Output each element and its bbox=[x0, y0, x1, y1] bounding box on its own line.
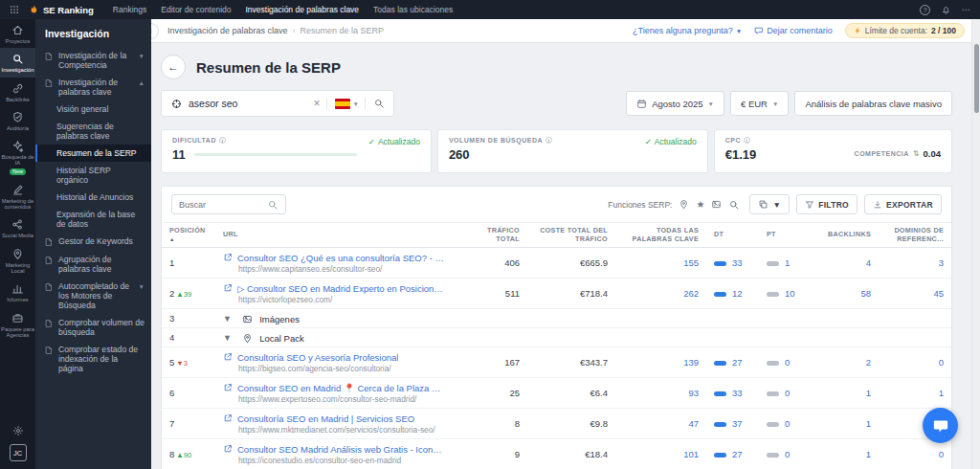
result-title-link[interactable]: Consultor SEO ¿Qué es una consultoría SE… bbox=[237, 253, 447, 263]
sidebar-item-vision-general[interactable]: Visión general bbox=[35, 100, 151, 118]
pt-cell[interactable]: 0 bbox=[759, 347, 812, 378]
country-selector-spain[interactable]: ▼ bbox=[326, 99, 359, 109]
keywords-cell[interactable]: 47 bbox=[615, 409, 706, 439]
ref-domains-cell[interactable]: 0 bbox=[879, 347, 951, 378]
open-link-icon[interactable] bbox=[223, 413, 233, 423]
sidebar-item-sugerencias-de-palabras-clave[interactable]: Sugerencias de palabras clave bbox=[35, 118, 151, 145]
result-title-link[interactable]: Consultoría SEO en Madrid | Servicios SE… bbox=[237, 413, 414, 424]
help-icon[interactable]: ? bbox=[920, 5, 930, 15]
open-link-icon[interactable] bbox=[223, 283, 233, 293]
topbar-menu-investigacion-de-palabras-clave[interactable]: Investigación de palabras clave bbox=[245, 5, 359, 14]
topbar-menu-rankings[interactable]: Rankings bbox=[113, 5, 146, 14]
settings-gear-icon[interactable] bbox=[12, 425, 24, 436]
breadcrumb-parent[interactable]: Investigación de palabras clave bbox=[167, 26, 288, 35]
backlinks-cell[interactable]: 58 bbox=[812, 279, 879, 309]
target-icon[interactable] bbox=[170, 98, 183, 110]
pt-cell[interactable]: 0 bbox=[759, 409, 812, 439]
column-header-dominios-de-referenc[interactable]: DOMINIOS DE REFERENC... bbox=[879, 223, 951, 248]
open-link-icon[interactable] bbox=[223, 444, 233, 454]
result-title-link[interactable]: ▷ Consultor SEO en Madrid Experto en Pos… bbox=[237, 283, 447, 294]
backlinks-cell[interactable]: 1 bbox=[812, 378, 879, 409]
user-avatar[interactable]: JC bbox=[10, 444, 27, 461]
sidebar-item-historial-de-anuncios[interactable]: Historial de Anuncios bbox=[35, 189, 151, 206]
local-pack-pin-icon[interactable] bbox=[679, 199, 689, 210]
open-link-icon[interactable] bbox=[223, 352, 233, 362]
rail-item-marketing-local[interactable]: Marketing Local bbox=[0, 243, 35, 279]
backlinks-cell[interactable]: 1 bbox=[812, 439, 879, 469]
search-submit-icon[interactable] bbox=[365, 98, 385, 109]
result-title-link[interactable]: Consultor SEO Madrid Análisis web Gratis… bbox=[237, 444, 447, 455]
dt-cell[interactable]: 27 bbox=[706, 347, 759, 378]
sidebar-item-investigacion-de-palabras-clave[interactable]: Investigación de palabras clave▲ bbox=[35, 74, 151, 100]
rail-item-marketing-de-contenidos[interactable]: Marketing de contenidos bbox=[0, 179, 35, 214]
keyword-input[interactable] bbox=[189, 98, 308, 109]
vertical-scrollbar[interactable] bbox=[971, 19, 980, 469]
info-icon[interactable]: i bbox=[546, 137, 552, 144]
keywords-cell[interactable]: 93 bbox=[615, 378, 706, 409]
sidebar-item-expansion-de-la-base-de-datos[interactable]: Expansión de la base de datos bbox=[35, 206, 151, 233]
notifications-bell-icon[interactable] bbox=[941, 5, 951, 15]
reviews-star-icon[interactable]: ★ bbox=[696, 200, 704, 210]
rail-item-backlinks[interactable]: Backlinks bbox=[0, 78, 35, 106]
dt-cell[interactable]: 37 bbox=[706, 409, 759, 439]
pt-cell[interactable]: 10 bbox=[759, 279, 812, 309]
ref-domains-cell[interactable]: 3 bbox=[879, 248, 951, 279]
search-feature-icon[interactable] bbox=[728, 199, 740, 211]
expand-chevron-icon[interactable]: ▼ bbox=[223, 333, 232, 343]
dt-cell[interactable]: 27 bbox=[706, 439, 759, 469]
sidebar-item-investigacion-de-la-competencia[interactable]: Investigación de la Competencia▼ bbox=[35, 47, 151, 74]
keywords-cell[interactable]: 139 bbox=[615, 347, 706, 378]
sidebar-item-gestor-de-keywords[interactable]: Gestor de Keywords bbox=[35, 233, 151, 251]
rail-item-paquete-para-agencias[interactable]: Paquete para Agencias bbox=[0, 307, 35, 343]
leave-comment-link[interactable]: Dejar comentario bbox=[754, 26, 833, 35]
backlinks-cell[interactable]: 2 bbox=[812, 347, 879, 378]
scrollbar-thumb[interactable] bbox=[974, 44, 979, 113]
ref-domains-cell[interactable]: 45 bbox=[879, 279, 951, 309]
filter-button[interactable]: FILTRO bbox=[796, 194, 858, 214]
backlinks-cell[interactable]: 4 bbox=[812, 248, 879, 279]
keywords-cell[interactable]: 155 bbox=[615, 248, 706, 279]
rail-item-investigacion[interactable]: Investigación bbox=[0, 48, 35, 77]
column-header-url[interactable]: URL bbox=[215, 223, 455, 248]
apps-grid-icon[interactable] bbox=[10, 5, 19, 14]
copy-dropdown-button[interactable]: ▼ bbox=[749, 194, 790, 214]
currency-selector[interactable]: € EUR ▼ bbox=[730, 91, 789, 116]
images-feature-icon[interactable] bbox=[711, 199, 722, 210]
sidebar-item-comprobar-volumen-de-busqueda[interactable]: Comprobar volumen de búsqueda bbox=[35, 314, 151, 341]
sidebar-item-autocompletado-de-los-motores-de-busqueda[interactable]: Autocompletado de los Motores de Búsqued… bbox=[35, 278, 151, 314]
sidebar-item-comprobar-estado-de-indexacion-de-la-pagina[interactable]: Comprobar estado de indexación de la pág… bbox=[35, 341, 151, 377]
keywords-cell[interactable]: 262 bbox=[615, 279, 706, 309]
column-header-todas-las-palabras-clave[interactable]: TODAS LAS PALABRAS CLAVE bbox=[615, 223, 706, 248]
rail-item-busqueda-de-ia[interactable]: Búsqueda de IANew bbox=[0, 135, 35, 179]
clear-input-icon[interactable]: × bbox=[314, 98, 321, 109]
open-link-icon[interactable] bbox=[223, 253, 233, 262]
dt-cell[interactable]: 33 bbox=[706, 248, 759, 279]
rail-item-social-media[interactable]: Social Media bbox=[0, 213, 35, 242]
column-header-trafico-total[interactable]: TRÁFICO TOTAL bbox=[455, 223, 527, 248]
table-search-input[interactable] bbox=[179, 200, 263, 210]
sidebar-item-agrupacion-de-palabras-clave[interactable]: Agrupación de palabras clave bbox=[35, 251, 151, 278]
topbar-menu-todas-las-ubicaciones[interactable]: Todas las ubicaciones bbox=[373, 5, 453, 14]
open-link-icon[interactable] bbox=[223, 383, 233, 392]
keywords-cell[interactable]: 101 bbox=[615, 439, 706, 469]
bulk-analysis-button[interactable]: Análisis de palabras clave masivo bbox=[794, 91, 952, 116]
expand-chevron-icon[interactable]: ▼ bbox=[223, 314, 232, 324]
ref-domains-cell[interactable]: 0 bbox=[879, 439, 951, 469]
result-title-link[interactable]: Consultor SEO en Madrid 📍 Cerca de la Pl… bbox=[237, 383, 447, 393]
export-button[interactable]: EXPORTAR bbox=[864, 194, 942, 214]
more-options-icon[interactable]: ⋯ bbox=[962, 5, 970, 14]
column-header-posicion[interactable]: POSICIÓN ▲ bbox=[162, 223, 215, 248]
rail-item-proyectos[interactable]: Proyectos bbox=[0, 19, 35, 48]
chat-widget-button[interactable] bbox=[923, 408, 958, 443]
column-header-coste-total-del-trafico[interactable]: COSTE TOTAL DEL TRÁFICO bbox=[527, 223, 615, 248]
sidebar-item-historial-serp-organico[interactable]: Historial SERP orgánico bbox=[35, 162, 151, 189]
brand-logo[interactable]: SE Ranking bbox=[29, 5, 94, 15]
column-header-dt[interactable]: DT bbox=[706, 223, 759, 248]
column-header-backlinks[interactable]: BACKLINKS bbox=[812, 223, 879, 248]
pt-cell[interactable]: 0 bbox=[759, 378, 812, 409]
account-limit-badge[interactable]: Límite de cuenta: 2 / 100 bbox=[845, 23, 965, 38]
ref-domains-cell[interactable]: 1 bbox=[879, 378, 951, 409]
questions-dropdown[interactable]: ¿Tienes alguna pregunta?▼ bbox=[633, 26, 742, 35]
column-header-pt[interactable]: PT bbox=[759, 223, 812, 248]
dt-cell[interactable]: 12 bbox=[706, 279, 759, 309]
